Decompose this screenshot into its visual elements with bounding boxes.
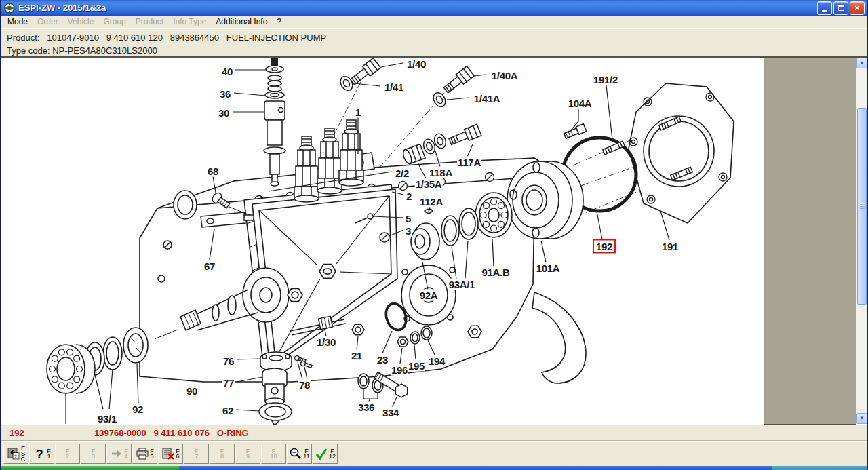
- drawing-panel: 4036301/401/411/40A1/41A191/2104A117A118…: [1, 58, 867, 425]
- product-panel: Product: 101047-9010 9 410 610 120 89438…: [1, 28, 867, 58]
- part-label-1-35a: 1/35A: [415, 178, 443, 190]
- scrollbar-thumb[interactable]: [857, 108, 867, 305]
- toolbar-button-f12[interactable]: F12: [313, 444, 338, 464]
- restore-button[interactable]: [833, 1, 848, 15]
- toolbar-key-label: F2: [66, 448, 70, 459]
- toolbar-key-label: F4: [124, 448, 128, 459]
- toolbar-button-f1[interactable]: ?F1: [29, 444, 54, 464]
- canvas-gray-margin: [764, 58, 856, 425]
- toolbar-key-label: F7: [195, 448, 199, 459]
- part-label-334: 334: [382, 407, 399, 418]
- part-label-2-2: 2/2: [395, 168, 410, 179]
- function-key-toolbar: 2ESC?F1F2F3F4F5F6F7F8F9F10F11F12: [1, 441, 867, 466]
- status-bar: 192 139768-0000 9 411 610 076 O-RING: [1, 425, 867, 441]
- part-label-36: 36: [219, 88, 231, 100]
- taskbar-middle-segment: [179, 466, 772, 470]
- toolbar-key-label: F5: [150, 448, 154, 459]
- type-code-label: Type code:: [7, 45, 50, 56]
- exit-icon: 2: [7, 447, 20, 461]
- delivery-valve-column: [264, 58, 285, 186]
- menu-item-mode[interactable]: Mode: [3, 16, 33, 27]
- part-label-40: 40: [221, 66, 233, 77]
- part-label-5: 5: [405, 213, 412, 224]
- toolbar-button-f9: F9: [235, 444, 260, 464]
- part-label-336: 336: [357, 402, 375, 413]
- part-label-93-1: 93/1: [97, 413, 117, 425]
- type-code-line: Type code: NP-PES4A80C310LS2000: [7, 44, 867, 57]
- toolbar-button-f11[interactable]: F11: [287, 444, 312, 464]
- part-label-104a: 104A: [568, 98, 593, 109]
- menu-item-additional-info[interactable]: Additional Info: [211, 16, 272, 27]
- toolbar-button-f5[interactable]: F5: [132, 444, 157, 464]
- zoom-out-icon: [289, 447, 302, 461]
- close-icon: ×: [854, 3, 860, 13]
- part-label-1-30: 1/30: [316, 336, 336, 348]
- menu-item-vehicle: Vehicle: [63, 16, 99, 27]
- part-label-92a: 92A: [419, 290, 439, 301]
- vertical-scrollbar[interactable]: ▲ ▼: [856, 58, 867, 424]
- part-label-91a-b: 91A.B: [481, 267, 510, 278]
- toolbar-key-label: F9: [246, 448, 250, 459]
- help-icon: ?: [33, 447, 46, 461]
- minimize-icon: [822, 10, 827, 12]
- part-label-196: 196: [391, 364, 408, 376]
- part-label-1-40: 1/40: [406, 58, 427, 70]
- part-label-77: 77: [222, 377, 235, 389]
- part-label-3: 3: [405, 225, 412, 237]
- app-icon: [4, 3, 15, 14]
- menu-item-info-type: Info Type: [168, 16, 211, 27]
- title-bar: ESPI-ZW - 2015/1&2a ×: [1, 0, 867, 16]
- bearing-91ab: [475, 193, 512, 237]
- type-code-value: NP-PES4A80C310LS2000: [52, 45, 157, 56]
- part-label-1: 1: [355, 106, 361, 118]
- part-label-23: 23: [376, 354, 389, 366]
- toolbar-key-label: ESC: [21, 446, 26, 462]
- check-icon: [315, 447, 328, 461]
- scroll-up-button[interactable]: ▲: [856, 58, 867, 68]
- menu-item-order: Order: [33, 16, 63, 27]
- part-label-93a-1: 93A/1: [448, 279, 476, 290]
- menu-item--[interactable]: ?: [272, 16, 286, 27]
- part-label-78: 78: [298, 379, 311, 391]
- printer-icon: [136, 447, 149, 461]
- arrow-right-icon: [110, 447, 123, 461]
- part-label-101a: 101A: [536, 262, 561, 274]
- minimize-button[interactable]: [817, 1, 832, 15]
- toolbar-button-f6[interactable]: F6: [158, 444, 183, 464]
- taskbar-sliver: [1, 466, 867, 470]
- part-label-67: 67: [203, 260, 216, 272]
- toolbar-key-label: F11: [303, 448, 309, 459]
- part-label-191: 191: [661, 241, 679, 252]
- part-label-68: 68: [207, 165, 219, 177]
- part-label-90: 90: [186, 385, 198, 397]
- toolbar-key-label: F3: [92, 448, 96, 459]
- svg-text:2: 2: [14, 454, 17, 459]
- part-label-1-40a: 1/40A: [491, 70, 519, 81]
- part-label-112a: 112A: [419, 196, 443, 208]
- part-label-30: 30: [218, 107, 230, 119]
- part-label-117a: 117A: [457, 157, 481, 168]
- part-label-1-41: 1/41: [384, 81, 404, 93]
- restore-icon: [838, 5, 844, 11]
- part-label-195: 195: [408, 360, 425, 372]
- toolbar-key-label: F6: [176, 448, 180, 459]
- part-label-21: 21: [351, 350, 363, 361]
- part-label-92: 92: [132, 404, 144, 415]
- toolbar-button-esc[interactable]: 2ESC: [3, 444, 28, 464]
- part-label-191-2: 191/2: [593, 74, 618, 85]
- scroll-down-button[interactable]: ▼: [856, 413, 867, 424]
- window-title: ESPI-ZW - 2015/1&2a: [18, 3, 816, 13]
- part-label-2: 2: [406, 191, 412, 202]
- toolbar-button-f8: F8: [210, 444, 235, 464]
- parts-diagram: [1, 58, 764, 425]
- part-label-192[interactable]: 192: [593, 239, 616, 254]
- diagram-canvas[interactable]: 4036301/401/411/40A1/41A191/2104A117A118…: [1, 58, 764, 425]
- close-button[interactable]: ×: [850, 1, 865, 15]
- menu-item-product: Product: [131, 16, 168, 27]
- svg-text:?: ?: [35, 447, 43, 461]
- part-label-76: 76: [222, 355, 235, 367]
- hub-101a: [507, 161, 583, 239]
- product-line: Product: 101047-9010 9 410 610 120 89438…: [7, 31, 867, 44]
- toolbar-button-f4: F4: [106, 444, 132, 464]
- part-label-1-41a: 1/41A: [473, 93, 501, 104]
